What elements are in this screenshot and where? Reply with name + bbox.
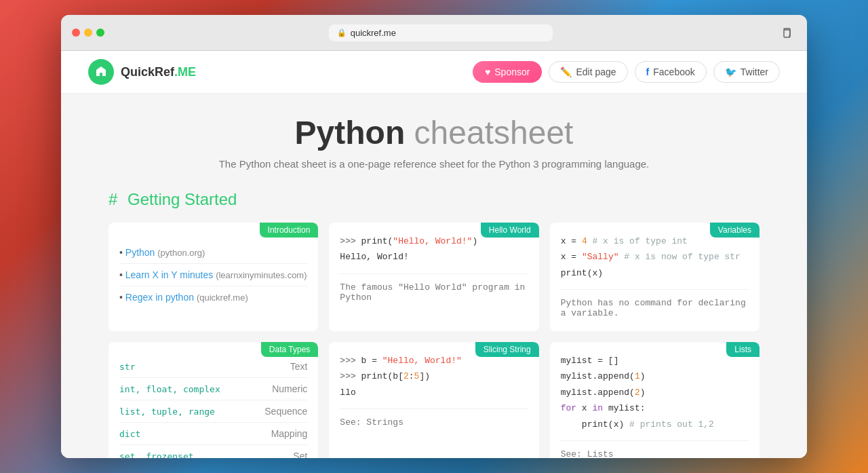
card-description: See: Lists — [561, 440, 749, 458]
type-name: str — [119, 356, 252, 378]
type-name: int, float, complex — [119, 378, 252, 400]
facebook-icon: f — [646, 67, 650, 77]
type-name: set, frozenset — [119, 445, 252, 459]
badge-hello-world: Hello World — [481, 223, 539, 238]
card-hello-world: Hello World >>> print("Hello, World!") H… — [329, 223, 538, 331]
traffic-light-red[interactable] — [72, 29, 80, 37]
learnxy-link[interactable]: Learn X in Y minutes — [125, 269, 213, 280]
traffic-lights — [72, 29, 104, 37]
list-item: Regex in python (quickref.me) — [119, 286, 307, 308]
card-grid-row2: Data Types str Text int, float, complex — [108, 342, 760, 458]
list-item: Python (python.org) — [119, 242, 307, 264]
navbar: QuickRef.ME ♥ Sponsor ✏️ Edit page f Fac… — [61, 51, 807, 94]
browser-copy-button[interactable] — [777, 23, 796, 42]
traffic-light-yellow[interactable] — [84, 29, 92, 37]
type-label: Text — [252, 356, 308, 378]
card-grid-row1: Introduction Python (python.org) Learn X… — [108, 223, 760, 331]
edit-page-button[interactable]: ✏️ Edit page — [549, 61, 627, 83]
section-hash: # — [108, 190, 117, 208]
browser-window: 🔒 quickref.me QuickRef.ME — [61, 15, 807, 458]
section-title: # Getting Started — [108, 190, 760, 209]
lock-icon: 🔒 — [337, 29, 347, 37]
type-label: Mapping — [252, 423, 308, 445]
edit-icon: ✏️ — [560, 67, 572, 77]
section-title-text: Getting Started — [127, 190, 237, 208]
type-name: list, tuple, range — [119, 400, 252, 423]
code-line: Hello, World! — [340, 249, 528, 265]
browser-chrome: 🔒 quickref.me — [61, 15, 807, 51]
type-label: Numeric — [252, 378, 308, 400]
table-row: str Text — [119, 356, 307, 378]
code-line: llo — [340, 385, 528, 400]
type-label: Set — [252, 445, 308, 459]
url-text: quickref.me — [351, 28, 396, 38]
logo: QuickRef.ME — [88, 59, 196, 85]
data-types-table: str Text int, float, complex Numeric lis… — [119, 356, 307, 458]
badge-variables: Variables — [710, 223, 760, 238]
type-label: Sequence — [252, 400, 308, 423]
card-body-data-types: str Text int, float, complex Numeric lis… — [108, 342, 318, 458]
code-line: for x in mylist: — [561, 400, 749, 416]
heart-icon: ♥ — [485, 67, 490, 77]
page-title: Python cheatsheet — [108, 114, 760, 151]
card-slicing-string: Slicing String >>> b = "Hello, World!" >… — [329, 342, 538, 458]
table-row: set, frozenset Set — [119, 445, 307, 459]
card-introduction: Introduction Python (python.org) Learn X… — [108, 223, 318, 331]
card-description: The famous "Hello World" program in Pyth… — [340, 273, 528, 303]
logo-text: QuickRef.ME — [121, 65, 196, 79]
type-name: dict — [119, 423, 252, 445]
page-content: QuickRef.ME ♥ Sponsor ✏️ Edit page f Fac… — [61, 51, 807, 458]
card-lists: Lists mylist = [] mylist.append(1) mylis… — [550, 342, 760, 458]
table-row: dict Mapping — [119, 423, 307, 445]
badge-lists: Lists — [726, 342, 760, 357]
badge-introduction: Introduction — [260, 223, 319, 238]
card-description: Python has no command for declaring a va… — [561, 289, 749, 318]
facebook-button[interactable]: f Facebook — [635, 61, 707, 83]
badge-data-types: Data Types — [261, 342, 318, 357]
code-line: >>> print(b[2:5]) — [340, 368, 528, 384]
svg-point-1 — [100, 71, 102, 73]
regex-link[interactable]: Regex in python — [125, 292, 194, 303]
code-line: x = "Sally" # x is now of type str — [561, 249, 749, 265]
python-link[interactable]: Python — [125, 247, 155, 258]
table-row: int, float, complex Numeric — [119, 378, 307, 400]
intro-list: Python (python.org) Learn X in Y minutes… — [119, 236, 307, 308]
logo-icon — [88, 59, 114, 85]
code-line: print(x) # prints out 1,2 — [561, 417, 749, 432]
card-description: See: Strings — [340, 409, 528, 428]
twitter-button[interactable]: 🐦 Twitter — [713, 61, 780, 83]
table-row: list, tuple, range Sequence — [119, 400, 307, 423]
page-subtitle: The Python cheat sheet is a one-page ref… — [108, 158, 760, 170]
traffic-light-green[interactable] — [96, 29, 104, 37]
card-variables: Variables x = 4 # x is of type int x = "… — [550, 223, 760, 331]
sponsor-button[interactable]: ♥ Sponsor — [473, 61, 542, 83]
code-line: print(x) — [561, 265, 749, 281]
code-variables: x = 4 # x is of type int x = "Sally" # x… — [550, 223, 760, 329]
card-data-types: Data Types str Text int, float, complex — [108, 342, 318, 458]
code-line: mylist.append(1) — [561, 368, 749, 384]
code-line: mylist = [] — [561, 353, 749, 368]
code-lists: mylist = [] mylist.append(1) mylist.appe… — [550, 342, 760, 458]
list-item: Learn X in Y minutes (learnxinyminutes.c… — [119, 264, 307, 286]
main-content: Python cheatsheet The Python cheat sheet… — [95, 94, 773, 458]
address-bar[interactable]: 🔒 quickref.me — [329, 24, 553, 41]
twitter-icon: 🐦 — [725, 67, 736, 77]
code-line: mylist.append(2) — [561, 385, 749, 400]
nav-actions: ♥ Sponsor ✏️ Edit page f Facebook 🐦 Twit… — [473, 61, 780, 83]
badge-slicing-string: Slicing String — [475, 342, 539, 357]
